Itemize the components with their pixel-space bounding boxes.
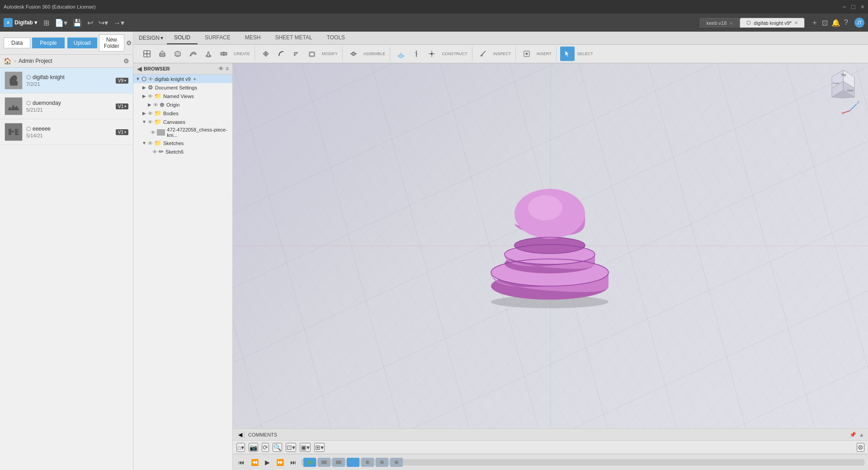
tab-layout-button[interactable]: ⊡ xyxy=(822,19,828,27)
tree-sketches-eye[interactable]: 👁 xyxy=(148,141,153,146)
tree-canvases[interactable]: ▼ 👁 📁 Canvases xyxy=(133,118,232,126)
view-button[interactable]: ⊡▾ xyxy=(286,443,296,452)
undo-button[interactable]: ↩ xyxy=(85,18,95,28)
forward-button[interactable]: →▾ xyxy=(112,18,126,28)
timeline-step-7[interactable] xyxy=(390,458,403,467)
user-avatar[interactable]: JT xyxy=(854,18,864,28)
fillet-button[interactable] xyxy=(274,47,288,61)
timeline-prev-button[interactable]: ⏪ xyxy=(249,458,260,467)
axis-button[interactable] xyxy=(409,47,424,61)
version-badge-digifab[interactable]: V9▾ xyxy=(116,78,128,84)
tree-nv-eye[interactable]: 👁 xyxy=(148,94,153,99)
tree-origin[interactable]: ▶ 👁 ⊕ Origin xyxy=(133,100,232,109)
push-pull-button[interactable] xyxy=(259,47,273,61)
version-badge-eeeeee[interactable]: V1▾ xyxy=(116,129,128,135)
timeline-play-button[interactable]: ▶ xyxy=(263,458,272,467)
file-item-digifab[interactable]: ⬡ digifab knight 7/2/21 V9▾ xyxy=(0,68,133,94)
grid-display-button[interactable]: ⊞▾ xyxy=(314,443,325,452)
tree-named-views[interactable]: ▶ 👁 📁 Named Views xyxy=(133,92,232,100)
people-tab[interactable]: People xyxy=(32,38,64,48)
joint-button[interactable] xyxy=(346,47,361,61)
tree-document-settings[interactable]: ▶ ⚙ Document Settings xyxy=(133,83,232,92)
insert-button[interactable] xyxy=(519,47,534,61)
tree-root-circle[interactable]: ● xyxy=(193,76,196,81)
tab-solid[interactable]: SOLID xyxy=(167,32,198,44)
timeline-step-5[interactable] xyxy=(361,458,374,467)
data-tab[interactable]: Data xyxy=(4,38,30,48)
zoom-button[interactable]: 🔍 xyxy=(273,443,282,452)
redo-button[interactable]: ↪▾ xyxy=(97,18,110,28)
upload-button[interactable]: Upload xyxy=(67,38,97,48)
new-tab-button[interactable]: ＋ xyxy=(811,18,818,28)
file-item-eeeeee[interactable]: ⬡ eeeeee 5/14/21 V1▾ xyxy=(0,119,133,145)
browser-collapse-icon[interactable]: ◀ xyxy=(137,65,142,72)
timeline-next-button[interactable]: ⏩ xyxy=(274,458,286,467)
save-button[interactable]: 💾 xyxy=(71,18,84,28)
tree-root[interactable]: ▼ ⬡ 👁 digifab knight v9 ● xyxy=(133,75,232,83)
tree-sketch6-eye[interactable]: 👁 xyxy=(152,149,157,155)
timeline-start-button[interactable]: ⏮ xyxy=(236,458,246,467)
sketch-button[interactable] xyxy=(140,47,154,61)
timeline-step-1[interactable] xyxy=(303,458,316,467)
tree-canvas-image[interactable]: 👁 472-4722058_chess-piece-kni... xyxy=(133,126,232,139)
home-icon[interactable]: 🏠 xyxy=(4,57,11,65)
plane-button[interactable] xyxy=(394,47,408,61)
timeline-step-6[interactable] xyxy=(376,458,388,467)
orbit-button[interactable]: ⟳ xyxy=(262,443,269,452)
close-button[interactable]: × xyxy=(861,3,864,10)
browser-expand-icon[interactable]: ≡ xyxy=(226,66,229,72)
help-button[interactable]: ? xyxy=(844,19,848,27)
tree-sketches[interactable]: ▼ 👁 📁 Sketches xyxy=(133,139,232,147)
sweep-button[interactable] xyxy=(186,47,200,61)
settings-gear-icon[interactable]: ⚙ xyxy=(126,39,132,47)
tree-origin-eye[interactable]: 👁 xyxy=(153,102,158,108)
timeline-step-3[interactable] xyxy=(332,458,345,467)
tab-sheet-metal[interactable]: SHEET METAL xyxy=(268,32,319,44)
home-view-button[interactable]: ⌂▾ xyxy=(236,443,245,452)
tree-root-eye[interactable]: 👁 xyxy=(148,76,153,82)
new-button[interactable]: 📄▾ xyxy=(53,18,69,28)
extrude-button[interactable] xyxy=(155,47,170,61)
project-settings-icon[interactable]: ⚙ xyxy=(123,57,129,65)
timeline-step-4[interactable] xyxy=(347,458,359,467)
comments-pin-icon[interactable]: 📌 xyxy=(849,432,856,438)
comments-collapse[interactable]: ◀ xyxy=(236,432,245,438)
comments-expand-icon[interactable]: ▲ xyxy=(859,432,864,438)
tab-keeb[interactable]: keeb v18 ✕ xyxy=(700,18,740,28)
loft-button[interactable] xyxy=(201,47,216,61)
select-button[interactable] xyxy=(560,47,575,61)
camera-button[interactable]: 📷 xyxy=(249,443,258,452)
design-dropdown[interactable]: DESIGN ▾ xyxy=(135,33,167,43)
timeline-end-button[interactable]: ⏭ xyxy=(288,458,298,467)
tab-mesh[interactable]: MESH xyxy=(238,32,268,44)
display-button[interactable]: ▣▾ xyxy=(300,443,311,452)
minimize-button[interactable]: − xyxy=(842,3,846,10)
shell-button[interactable] xyxy=(305,47,319,61)
maximize-button[interactable]: □ xyxy=(851,3,855,10)
new-folder-button[interactable]: New Folder xyxy=(99,34,124,52)
project-name[interactable]: Admin Project xyxy=(19,58,52,64)
tree-bodies[interactable]: ▶ 👁 📁 Bodies xyxy=(133,109,232,118)
create-more-button[interactable] xyxy=(217,47,231,61)
tab-digifab-close[interactable]: ✕ xyxy=(794,20,798,25)
tree-sketch6[interactable]: 👁 ✏ Sketch6 xyxy=(133,147,232,156)
app-name[interactable]: Digifab ▾ xyxy=(14,19,37,26)
chamfer-button[interactable] xyxy=(289,47,304,61)
timeline-step-2[interactable] xyxy=(318,458,330,467)
tree-canvas-img-eye[interactable]: 👁 xyxy=(151,130,156,135)
tree-bodies-eye[interactable]: 👁 xyxy=(148,111,153,116)
measure-button[interactable] xyxy=(476,47,491,61)
browser-eye-icon[interactable]: 👁 xyxy=(218,66,224,72)
tab-digifab[interactable]: ⬡ digifab knight v9* ✕ xyxy=(740,18,805,28)
notifications-button[interactable]: 🔔 xyxy=(831,19,840,27)
tab-keeb-close[interactable]: ✕ xyxy=(729,21,733,26)
viewport[interactable]: Top Front Right Z X xyxy=(233,63,868,428)
nav-cube[interactable]: Top Front Right Z X xyxy=(827,68,859,99)
settings-button[interactable]: ⚙ xyxy=(857,443,864,452)
point-button[interactable] xyxy=(425,47,439,61)
revolve-button[interactable] xyxy=(170,47,185,61)
tab-tools[interactable]: TOOLS xyxy=(320,32,352,44)
grid-button[interactable]: ⊞ xyxy=(42,18,51,28)
tab-surface[interactable]: SURFACE xyxy=(198,32,238,44)
version-badge-duemonday[interactable]: V1▾ xyxy=(116,103,128,109)
